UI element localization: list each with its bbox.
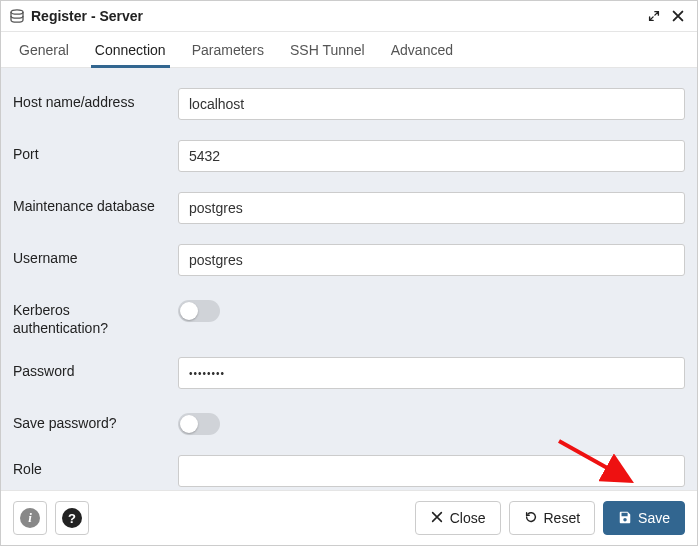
role-label: Role — [13, 455, 168, 479]
kerberos-label: Kerberos authentication? — [13, 296, 168, 337]
maintenance-db-input[interactable] — [178, 192, 685, 224]
tab-ssh-tunnel[interactable]: SSH Tunnel — [286, 32, 369, 67]
footer: i ? Close Reset — [1, 490, 697, 545]
close-button[interactable]: Close — [415, 501, 501, 535]
kerberos-toggle[interactable] — [178, 300, 220, 322]
close-button-label: Close — [450, 510, 486, 526]
port-input[interactable] — [178, 140, 685, 172]
password-label: Password — [13, 357, 168, 381]
port-label: Port — [13, 140, 168, 164]
username-input[interactable] — [178, 244, 685, 276]
info-button[interactable]: i — [13, 501, 47, 535]
server-icon — [9, 9, 25, 23]
tab-connection[interactable]: Connection — [91, 32, 170, 67]
role-input[interactable] — [178, 455, 685, 487]
titlebar: Register - Server — [1, 1, 697, 32]
host-label: Host name/address — [13, 88, 168, 112]
tab-advanced[interactable]: Advanced — [387, 32, 457, 67]
password-input[interactable] — [178, 357, 685, 389]
username-label: Username — [13, 244, 168, 268]
reset-button[interactable]: Reset — [509, 501, 596, 535]
save-password-label: Save password? — [13, 409, 168, 433]
reset-button-label: Reset — [544, 510, 581, 526]
close-dialog-button[interactable] — [669, 7, 687, 25]
info-icon: i — [20, 508, 40, 528]
tab-general[interactable]: General — [15, 32, 73, 67]
close-icon — [430, 510, 444, 527]
tab-bar: General Connection Parameters SSH Tunnel… — [1, 32, 697, 68]
svg-point-0 — [11, 10, 23, 14]
host-input[interactable] — [178, 88, 685, 120]
tab-parameters[interactable]: Parameters — [188, 32, 268, 67]
reset-icon — [524, 510, 538, 527]
help-button[interactable]: ? — [55, 501, 89, 535]
maintenance-db-label: Maintenance database — [13, 192, 168, 216]
form-area: Host name/address Port Maintenance datab… — [1, 68, 697, 490]
maximize-button[interactable] — [645, 7, 663, 25]
save-password-toggle[interactable] — [178, 413, 220, 435]
register-server-dialog: Register - Server General Connection Par… — [0, 0, 698, 546]
help-icon: ? — [62, 508, 82, 528]
save-button-label: Save — [638, 510, 670, 526]
dialog-title: Register - Server — [31, 8, 639, 24]
save-icon — [618, 510, 632, 527]
save-button[interactable]: Save — [603, 501, 685, 535]
